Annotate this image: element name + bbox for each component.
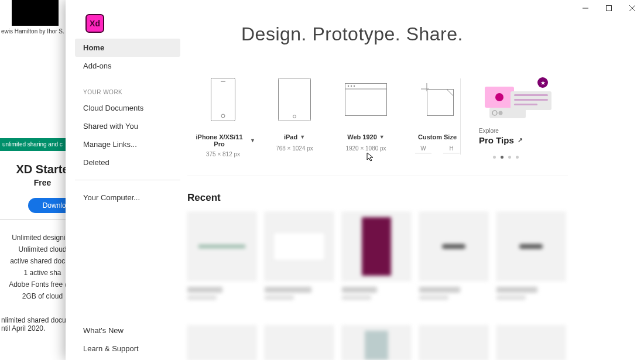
recent-card[interactable]: [187, 212, 256, 300]
custom-height-input[interactable]: H: [443, 145, 460, 153]
svg-point-12: [351, 85, 352, 87]
recent-grid: [187, 212, 574, 300]
preset-iphone-dim: 375 × 812 px: [191, 151, 255, 157]
xd-logo: Xd: [85, 14, 104, 33]
sidebar: Home Add-ons YOUR WORK Cloud Documents S…: [75, 39, 180, 207]
svg-rect-9: [345, 84, 387, 116]
tips-title-text: Pro Tips: [479, 135, 514, 145]
svg-point-8: [293, 115, 296, 118]
preset-web[interactable]: Web 1920▼ 1920 × 1080 px: [334, 76, 398, 157]
recent-card[interactable]: [419, 212, 488, 300]
sidebar-separator: [75, 180, 180, 180]
recent-grid-row2: [187, 325, 574, 360]
svg-point-6: [221, 114, 225, 118]
preset-web-dim: 1920 × 1080 px: [334, 145, 398, 152]
sidebar-item-cloud[interactable]: Cloud Documents: [75, 99, 180, 117]
carousel-dots[interactable]: [493, 156, 519, 159]
sidebar-bottom: What's New Learn & Support: [75, 321, 180, 358]
preset-label-text: iPhone X/XS/11 Pro: [191, 133, 248, 148]
gear-icon: [492, 110, 498, 116]
recent-card[interactable]: [419, 325, 488, 360]
svg-rect-4: [211, 78, 235, 121]
dot[interactable]: [516, 156, 519, 159]
preset-custom-label: Custom Size: [418, 133, 457, 140]
custom-width-input[interactable]: W: [415, 145, 431, 153]
recent-card[interactable]: [342, 212, 411, 300]
preset-iphone[interactable]: iPhone X/XS/11 Pro▼ 375 × 812 px: [191, 76, 255, 157]
main-window: Xd Home Add-ons YOUR WORK Cloud Document…: [66, 0, 644, 360]
sidebar-item-computer[interactable]: Your Computer...: [75, 188, 180, 207]
bulb-icon: [495, 93, 503, 101]
preset-ipad-label: iPad▼: [284, 133, 305, 140]
svg-point-11: [348, 85, 349, 87]
xd-logo-text: Xd: [90, 19, 100, 28]
maximize-icon: [606, 5, 612, 11]
bg-thumbnail: [12, 0, 59, 26]
chevron-down-icon: ▼: [250, 138, 255, 143]
close-button[interactable]: [621, 0, 644, 16]
preset-divider: [460, 78, 461, 155]
main-separator: [187, 176, 568, 176]
preset-iphone-label: iPhone X/XS/11 Pro▼: [191, 133, 255, 148]
svg-rect-16: [427, 90, 454, 116]
external-link-icon: ↗: [518, 136, 523, 144]
svg-rect-7: [279, 78, 311, 121]
dot[interactable]: [508, 156, 511, 159]
sidebar-item-home[interactable]: Home: [75, 39, 180, 57]
preset-ipad-dim: 768 × 1024 px: [262, 145, 327, 152]
sidebar-item-addons[interactable]: Add-ons: [75, 57, 180, 75]
svg-point-18: [492, 111, 497, 115]
sidebar-heading-work: YOUR WORK: [75, 75, 180, 99]
recent-card[interactable]: [496, 325, 566, 360]
svg-point-19: [499, 111, 503, 115]
sidebar-item-manage[interactable]: Manage Links...: [75, 135, 180, 153]
star-icon: ★: [537, 77, 548, 88]
recent-card[interactable]: [342, 325, 411, 360]
tips-panel[interactable]: ★ Explore Pro Tips↗: [479, 78, 567, 146]
preset-label-text: Web 1920: [347, 133, 377, 140]
dot-active[interactable]: [501, 156, 503, 159]
svg-point-13: [354, 85, 355, 87]
sidebar-item-learn[interactable]: Learn & Support: [75, 340, 180, 358]
preset-iphone-shape: [191, 76, 255, 123]
preset-ipad[interactable]: iPad▼ 768 × 1024 px: [262, 76, 327, 157]
preset-web-shape: [334, 76, 398, 123]
titlebar: [574, 0, 644, 19]
chevron-down-icon: ▼: [379, 134, 385, 140]
sidebar-item-whatsnew[interactable]: What's New: [75, 321, 180, 340]
maximize-button[interactable]: [597, 0, 621, 16]
dot[interactable]: [493, 156, 496, 159]
recent-card[interactable]: [496, 212, 566, 300]
preset-ipad-shape: [262, 76, 327, 123]
sidebar-item-shared[interactable]: Shared with You: [75, 117, 180, 135]
sidebar-item-deleted[interactable]: Deleted: [75, 153, 180, 172]
recent-card[interactable]: [187, 325, 256, 360]
svg-rect-5: [221, 81, 225, 82]
recent-card[interactable]: [265, 212, 334, 300]
chevron-down-icon: ▼: [300, 134, 305, 140]
preset-web-label: Web 1920▼: [347, 133, 384, 140]
tips-illustration: ★: [479, 78, 555, 121]
recent-card[interactable]: [265, 325, 334, 360]
recent-heading: Recent: [187, 192, 221, 204]
page-headline: Design. Prototype. Share.: [241, 23, 463, 45]
preset-label-text: iPad: [284, 133, 297, 140]
svg-rect-1: [607, 6, 612, 11]
close-icon: [629, 5, 635, 11]
minimize-icon: [583, 5, 588, 11]
tips-explore-label: Explore: [479, 128, 567, 134]
tips-pink-card: [485, 87, 514, 108]
dot-icon: [498, 111, 503, 115]
tips-title: Pro Tips↗: [479, 135, 523, 145]
minimize-button[interactable]: [574, 0, 597, 16]
